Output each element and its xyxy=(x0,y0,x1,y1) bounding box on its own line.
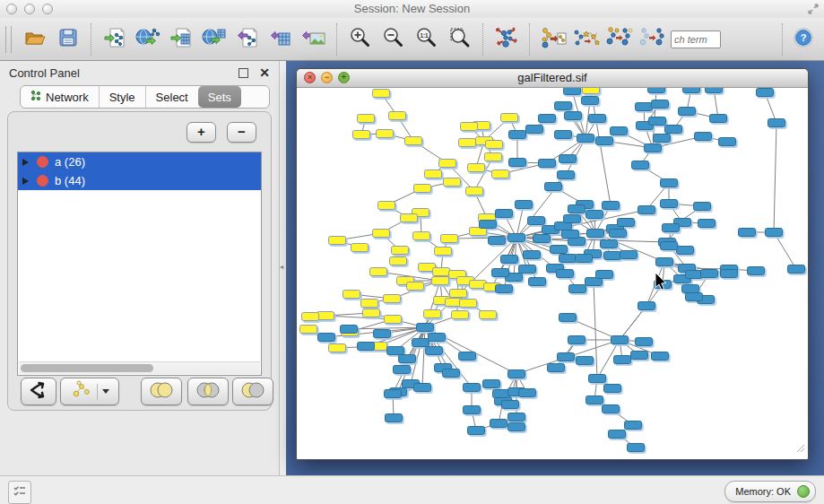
network-node-yellow[interactable] xyxy=(385,316,402,324)
network-node-yellow[interactable] xyxy=(302,313,319,321)
network-node-blue[interactable] xyxy=(625,421,642,430)
network-node-blue[interactable] xyxy=(719,138,736,146)
network-node-yellow[interactable] xyxy=(378,202,395,210)
network-node-blue[interactable] xyxy=(618,219,635,227)
network-node-blue[interactable] xyxy=(508,413,525,421)
network-node-blue[interactable] xyxy=(386,414,403,422)
network-node-blue[interactable] xyxy=(652,352,669,361)
save-session-button[interactable] xyxy=(53,23,83,56)
network-node-blue[interactable] xyxy=(374,330,391,338)
new-network-selected-all-edges-button[interactable] xyxy=(604,23,635,56)
network-node-blue[interactable] xyxy=(399,355,416,363)
new-network-from-selection-button[interactable] xyxy=(538,23,568,56)
network-node-blue[interactable] xyxy=(533,235,551,243)
network-node-blue[interactable] xyxy=(768,119,785,127)
network-node-blue[interactable] xyxy=(559,314,577,322)
network-node-blue[interactable] xyxy=(492,269,509,277)
network-node-blue[interactable] xyxy=(490,420,507,428)
network-node-blue[interactable] xyxy=(757,89,774,97)
network-node-blue[interactable] xyxy=(648,88,665,93)
network-node-blue[interactable] xyxy=(695,133,712,141)
network-node-blue[interactable] xyxy=(686,293,703,301)
network-node-blue[interactable] xyxy=(539,115,556,123)
network-node-blue[interactable] xyxy=(638,302,655,310)
network-node-blue[interactable] xyxy=(649,117,666,126)
network-node-blue[interactable] xyxy=(576,255,593,263)
network-node-blue[interactable] xyxy=(559,255,577,263)
network-node-blue[interactable] xyxy=(663,224,680,232)
network-node-blue[interactable] xyxy=(564,88,581,95)
network-node-blue[interactable] xyxy=(385,390,402,398)
network-node-blue[interactable] xyxy=(601,240,618,248)
network-node-yellow[interactable] xyxy=(343,291,360,299)
network-node-blue[interactable] xyxy=(394,366,411,374)
help-button[interactable]: ? xyxy=(788,23,819,56)
window-titlebar[interactable]: Session: New Session xyxy=(0,0,824,19)
difference-sets-button[interactable] xyxy=(232,378,273,405)
network-node-blue[interactable] xyxy=(509,159,526,167)
network-node-blue[interactable] xyxy=(610,230,627,238)
zoom-fit-selected-button[interactable] xyxy=(445,23,475,56)
network-node-blue[interactable] xyxy=(636,338,653,346)
network-node-blue[interactable] xyxy=(529,278,546,286)
network-node-blue[interactable] xyxy=(496,210,513,218)
network-node-blue[interactable] xyxy=(609,430,626,439)
collapse-arrow-icon[interactable]: ◂ xyxy=(280,263,283,271)
network-node-blue[interactable] xyxy=(638,206,655,214)
network-node-yellow[interactable] xyxy=(439,160,456,168)
network-node-yellow[interactable] xyxy=(424,310,441,318)
network-node-blue[interactable] xyxy=(341,326,358,334)
network-node-blue[interactable] xyxy=(739,229,756,237)
network-node-yellow[interactable] xyxy=(441,235,458,243)
minimize-view-button[interactable]: − xyxy=(321,72,333,83)
set-row[interactable]: a (26) xyxy=(18,152,261,171)
network-node-blue[interactable] xyxy=(701,270,718,278)
network-node-yellow[interactable] xyxy=(373,90,390,98)
network-node-yellow[interactable] xyxy=(450,290,467,298)
task-history-button[interactable] xyxy=(8,481,31,504)
import-network-web-button[interactable] xyxy=(133,23,163,56)
network-node-blue[interactable] xyxy=(694,203,711,211)
network-node-blue[interactable] xyxy=(516,201,533,209)
network-node-yellow[interactable] xyxy=(444,178,461,187)
network-node-blue[interactable] xyxy=(508,423,525,431)
set-row[interactable]: b (44) xyxy=(18,171,261,190)
import-table-web-button[interactable] xyxy=(199,23,230,56)
network-node-yellow[interactable] xyxy=(466,187,483,196)
network-node-blue[interactable] xyxy=(496,285,513,293)
network-node-blue[interactable] xyxy=(508,234,525,242)
network-node-yellow[interactable] xyxy=(486,141,503,149)
network-node-blue[interactable] xyxy=(577,357,594,365)
network-node-blue[interactable] xyxy=(586,396,603,404)
scrollbar-thumb[interactable] xyxy=(21,364,153,372)
network-node-yellow[interactable] xyxy=(377,130,394,138)
network-node-yellow[interactable] xyxy=(363,309,380,317)
dropdown-arrow-icon[interactable] xyxy=(102,389,109,394)
network-node-yellow[interactable] xyxy=(468,164,485,172)
network-node-blue[interactable] xyxy=(661,179,678,187)
intersect-sets-button[interactable] xyxy=(187,378,229,405)
network-node-blue[interactable] xyxy=(412,339,429,347)
network-node-yellow[interactable] xyxy=(425,170,442,178)
network-view-window[interactable]: × − + galFiltered.sif xyxy=(296,68,809,460)
fullscreen-icon[interactable] xyxy=(807,3,820,19)
network-node-yellow[interactable] xyxy=(373,230,390,238)
network-node-blue[interactable] xyxy=(569,285,586,293)
network-node-yellow[interactable] xyxy=(414,185,431,193)
network-node-blue[interactable] xyxy=(706,88,723,93)
network-node-blue[interactable] xyxy=(611,336,629,344)
network-node-blue[interactable] xyxy=(604,385,621,393)
export-table-button[interactable] xyxy=(265,23,296,56)
network-node-blue[interactable] xyxy=(519,265,536,274)
network-node-blue[interactable] xyxy=(603,405,620,413)
network-node-blue[interactable] xyxy=(539,160,556,168)
resize-grip-icon[interactable] xyxy=(794,440,805,456)
export-network-button[interactable] xyxy=(232,23,263,56)
hide-selected-button[interactable] xyxy=(638,23,668,56)
sets-list[interactable]: a (26)b (44) xyxy=(17,152,262,376)
network-node-yellow[interactable] xyxy=(459,139,476,147)
network-node-blue[interactable] xyxy=(464,406,481,414)
network-node-blue[interactable] xyxy=(636,103,653,111)
remove-set-button[interactable]: − xyxy=(227,122,256,143)
network-node-blue[interactable] xyxy=(611,127,628,135)
